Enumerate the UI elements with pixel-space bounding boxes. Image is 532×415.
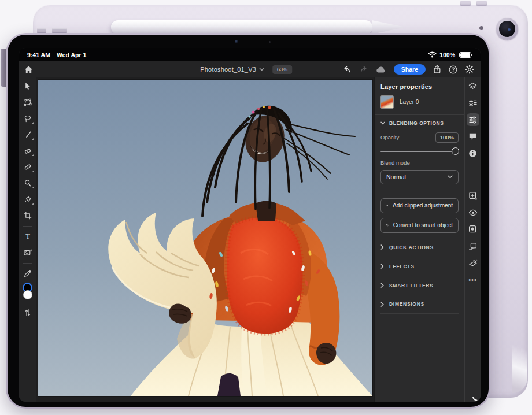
fill-tool[interactable] [21,192,35,206]
section-label: SMART FILTERS [389,283,433,288]
transform-tool[interactable] [21,95,35,109]
clock-date: Wed Apr 1 [57,51,86,58]
tool-rail-divider [23,226,32,227]
opacity-slider-knob[interactable] [452,147,459,155]
opacity-label: Opacity [380,134,399,140]
section-smart-filters[interactable]: SMART FILTERS [380,276,459,295]
canvas-area[interactable] [36,77,374,402]
svg-text:T: T [25,232,30,240]
layers-icon[interactable] [467,80,479,92]
section-label: EFFECTS [389,264,415,269]
front-camera-icon [235,40,238,43]
swap-arrows[interactable] [21,306,35,320]
place-photo-tool[interactable] [21,246,35,260]
apple-pencil [111,20,372,34]
clipped-adjustment-icon [386,202,388,209]
battery-icon [459,52,471,58]
lasso-select-tool[interactable] [21,112,35,125]
status-bar: 9:41 AM Wed Apr 1 100% [19,48,481,61]
photo-canvas[interactable] [38,80,372,396]
redo-button[interactable] [359,65,368,73]
smart-object-icon [386,221,389,229]
corner-handle-icon [471,393,479,401]
workspace: T [19,77,481,402]
add-clipped-adjustment-label: Add clipped adjustment [393,202,453,209]
layer-mask-icon[interactable] [467,223,479,236]
battery-percent: 100% [439,51,455,58]
wifi-icon [428,51,437,58]
chevron-down-icon[interactable] [259,68,264,71]
chevron-right-icon [380,264,384,269]
flatten-icon[interactable] [467,257,479,269]
chevron-right-icon [380,302,384,307]
back-ipad-top-button [460,1,471,6]
more-glyph: ••• [468,277,477,283]
section-dimensions[interactable]: DIMENSIONS [380,295,459,314]
cloud-sync-icon[interactable] [376,66,386,73]
back-ipad-top-button [476,1,487,6]
properties-sliders-icon[interactable] [467,113,479,126]
right-icon-rail: ••• [464,77,481,402]
app-toolbar: Photoshoot_01_V3 63% [19,61,481,77]
front-ipad-bezel: 9:41 AM Wed Apr 1 100% [8,35,489,407]
eraser-tool[interactable] [21,144,35,158]
blending-options-header[interactable]: BLENDING OPTIONS [380,115,459,131]
back-ipad-edge-shine [512,338,527,393]
add-layer-icon[interactable] [467,190,479,202]
undo-button[interactable] [342,65,352,73]
convert-to-smart-object-button[interactable]: Convert to smart object [380,218,459,233]
share-button[interactable]: Share [394,64,426,75]
background-color-chip[interactable] [23,290,32,299]
type-tool[interactable]: T [21,229,35,243]
foreground-background-colors[interactable] [21,283,35,303]
chevron-down-icon [448,175,453,179]
blending-options-label: BLENDING OPTIONS [389,120,444,126]
opacity-slider[interactable] [380,147,459,155]
panel-divider [375,192,464,192]
export-share-icon[interactable] [433,65,441,74]
more-options-icon[interactable]: ••• [467,273,479,286]
chevron-right-icon [380,244,384,250]
opacity-slider-track[interactable] [380,151,457,152]
help-icon[interactable] [449,65,457,74]
front-mic-dot [269,41,271,43]
tool-rail-divider [23,263,32,264]
layer-thumbnail[interactable] [380,95,394,109]
move-tool[interactable] [21,79,35,93]
info-icon[interactable] [467,147,479,160]
layer-stack-icon[interactable] [467,97,479,109]
home-button[interactable] [24,65,33,74]
rear-camera-glint [508,28,511,31]
settings-gear-icon[interactable] [465,65,474,74]
panel-title: Layer properties [380,83,459,90]
layer-row[interactable]: Layer 0 [380,95,459,114]
comments-icon[interactable] [467,130,479,143]
rear-camera-lens [499,21,515,37]
brush-tool[interactable] [21,128,35,142]
healing-brush-tool[interactable] [21,160,35,174]
layer-properties-panel: Layer properties Layer 0 BLENDING OPTION… [374,77,464,402]
zoom-level-badge[interactable]: 63% [272,65,292,74]
document-title[interactable]: Photoshoot_01_V3 [200,66,256,73]
clock-time: 9:41 AM [27,51,50,58]
section-quick-actions[interactable]: QUICK ACTIONS [380,238,459,257]
crop-tool[interactable] [21,209,35,223]
rear-camera-icon [496,18,518,40]
tool-rail: T [19,77,36,402]
eyedropper-tool[interactable] [21,266,35,280]
clip-layer-icon[interactable] [467,240,479,253]
clone-stamp-tool[interactable] [21,176,35,190]
ipad-screen: 9:41 AM Wed Apr 1 100% [19,48,481,402]
rear-mic-dot [479,26,483,30]
layer-visibility-icon[interactable] [467,206,479,219]
opacity-value-field[interactable]: 100% [435,132,459,143]
marketing-scene: 9:41 AM Wed Apr 1 100% [0,0,532,415]
blend-mode-value: Normal [386,173,406,180]
add-clipped-adjustment-button[interactable]: Add clipped adjustment [380,198,459,213]
section-label: QUICK ACTIONS [389,244,434,250]
blend-mode-label: Blend mode [380,160,459,166]
chevron-right-icon [380,283,384,288]
blend-mode-select[interactable]: Normal [380,170,459,184]
chevron-down-icon [380,121,385,125]
section-effects[interactable]: EFFECTS [380,257,459,276]
